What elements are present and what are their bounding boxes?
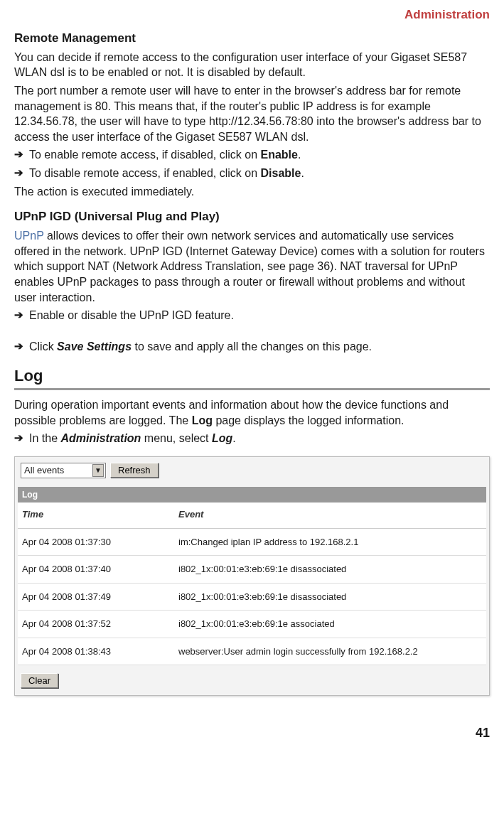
cell-event: i802_1x:00:01:e3:eb:69:1e associated bbox=[174, 611, 486, 638]
remote-management-p2: The port number a remote user will have … bbox=[14, 83, 490, 144]
clear-button[interactable]: Clear bbox=[21, 673, 58, 688]
upnp-title: UPnP IGD (Universal Plug and Play) bbox=[14, 209, 490, 225]
cell-event: i802_1x:00:01:e3:eb:69:1e disassociated bbox=[174, 583, 486, 611]
bullet-text: To enable remote access, if disabled, cl… bbox=[29, 147, 490, 163]
log-screenshot: All events ▼ Refresh Log Time Event Apr … bbox=[14, 456, 490, 696]
remote-management-p3: The action is executed immediately. bbox=[14, 184, 490, 200]
cell-event: webserver:User admin login successfully … bbox=[174, 638, 486, 665]
page-number: 41 bbox=[14, 724, 490, 741]
refresh-button[interactable]: Refresh bbox=[110, 463, 159, 478]
remote-management-p1: You can decide if remote access to the c… bbox=[14, 50, 490, 80]
heading-rule bbox=[14, 388, 490, 390]
bullet-enable-remote: ➔ To enable remote access, if disabled, … bbox=[14, 147, 490, 163]
cell-time: Apr 04 2008 01:38:43 bbox=[18, 638, 174, 665]
log-p1: During operation important events and in… bbox=[14, 397, 490, 428]
page-header: Administration bbox=[14, 7, 490, 23]
log-heading: Log bbox=[14, 365, 490, 387]
cell-time: Apr 04 2008 01:37:49 bbox=[18, 583, 174, 611]
col-time-header: Time bbox=[18, 503, 174, 528]
arrow-icon: ➔ bbox=[14, 339, 23, 353]
log-table: Time Event Apr 04 2008 01:37:30im:Change… bbox=[18, 503, 486, 665]
table-header-row: Time Event bbox=[18, 503, 486, 528]
col-event-header: Event bbox=[174, 503, 486, 528]
bullet-text: To disable remote access, if enabled, cl… bbox=[29, 166, 490, 181]
bullet-text: Click Save Settings to save and apply al… bbox=[29, 339, 490, 355]
upnp-link: UPnP bbox=[14, 230, 44, 242]
cell-event: i802_1x:00:01:e3:eb:69:1e disassociated bbox=[174, 556, 486, 584]
table-row: Apr 04 2008 01:37:49i802_1x:00:01:e3:eb:… bbox=[18, 583, 486, 611]
bullet-disable-remote: ➔ To disable remote access, if enabled, … bbox=[14, 166, 490, 181]
table-row: Apr 04 2008 01:37:52i802_1x:00:01:e3:eb:… bbox=[18, 611, 486, 638]
table-row: Apr 04 2008 01:37:40i802_1x:00:01:e3:eb:… bbox=[18, 556, 486, 584]
remote-management-title: Remote Management bbox=[14, 31, 490, 47]
bullet-upnp-enable: ➔ Enable or disable the UPnP IGD feature… bbox=[14, 308, 490, 323]
bullet-log-nav: ➔ In the Administration menu, select Log… bbox=[14, 431, 490, 446]
log-filter-select[interactable]: All events ▼ bbox=[21, 463, 106, 478]
log-panel-header: Log bbox=[18, 487, 486, 503]
bullet-text: Enable or disable the UPnP IGD feature. bbox=[29, 308, 490, 323]
bullet-text: In the Administration menu, select Log. bbox=[29, 431, 490, 446]
cell-event: im:Changed iplan IP address to 192.168.2… bbox=[174, 528, 486, 556]
arrow-icon: ➔ bbox=[14, 431, 23, 445]
upnp-p1: UPnP allows devices to offer their own n… bbox=[14, 228, 490, 305]
log-toolbar: All events ▼ Refresh bbox=[15, 457, 489, 484]
log-filter-value: All events bbox=[24, 464, 64, 477]
cell-time: Apr 04 2008 01:37:30 bbox=[18, 528, 174, 556]
bullet-save-settings: ➔ Click Save Settings to save and apply … bbox=[14, 339, 490, 355]
table-row: Apr 04 2008 01:37:30im:Changed iplan IP … bbox=[18, 528, 486, 556]
arrow-icon: ➔ bbox=[14, 166, 23, 180]
arrow-icon: ➔ bbox=[14, 147, 23, 161]
chevron-down-icon: ▼ bbox=[92, 464, 104, 477]
cell-time: Apr 04 2008 01:37:40 bbox=[18, 556, 174, 584]
arrow-icon: ➔ bbox=[14, 308, 23, 322]
log-footer: Clear bbox=[15, 665, 489, 695]
table-row: Apr 04 2008 01:38:43webserver:User admin… bbox=[18, 638, 486, 665]
cell-time: Apr 04 2008 01:37:52 bbox=[18, 611, 174, 638]
